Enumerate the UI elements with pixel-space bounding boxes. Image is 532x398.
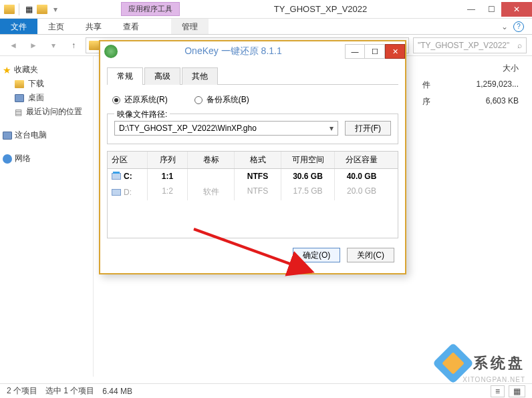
window-titlebar: ▦ ▾ 应用程序工具 TY_GHOST_XP_V2022 — ☐ ✕: [0, 0, 532, 19]
network-icon: [3, 154, 12, 164]
status-size: 6.44 MB: [102, 387, 132, 396]
tab-other[interactable]: 其他: [182, 67, 218, 85]
cancel-button[interactable]: 关闭(C): [347, 248, 394, 262]
sidebar-item-downloads[interactable]: 下载: [3, 77, 90, 91]
open-button[interactable]: 打开(F): [345, 121, 391, 136]
history-dropdown[interactable]: ▾: [45, 37, 61, 53]
up-button[interactable]: ↑: [65, 37, 82, 53]
maximize-button[interactable]: ☐: [481, 2, 501, 17]
tab-view[interactable]: 查看: [112, 19, 150, 34]
context-tab-tools[interactable]: 应用程序工具: [121, 2, 180, 16]
search-icon: ⌕: [517, 41, 522, 50]
watermark: 系统盘: [438, 349, 525, 378]
folder-icon: [15, 80, 24, 88]
drive-icon: [112, 189, 121, 196]
app-icon: [104, 45, 118, 58]
partition-grid: 分区 序列 卷标 格式 可用空间 分区容量 C: 1:1 NTFS 30.6 G…: [107, 151, 398, 238]
status-selected: 选中 1 个项目: [45, 385, 94, 397]
drive-icon: [112, 173, 121, 180]
tab-general[interactable]: 常规: [107, 67, 143, 85]
grid-row-c[interactable]: C: 1:1 NTFS 30.6 GB 40.0 GB: [108, 169, 398, 184]
tab-manage[interactable]: 管理: [171, 19, 209, 34]
dialog-minimize-button[interactable]: —: [345, 44, 365, 59]
back-button[interactable]: ◄: [5, 37, 21, 53]
tab-file[interactable]: 文件: [0, 19, 37, 34]
sidebar-thispc[interactable]: 这台电脑: [3, 128, 90, 142]
dropdown-icon[interactable]: ▾: [50, 4, 61, 15]
computer-icon: [3, 132, 12, 140]
new-folder-icon[interactable]: [37, 4, 47, 15]
grid-header: 分区 序列 卷标 格式 可用空间 分区容量: [108, 152, 398, 169]
image-path-fieldset: 映像文件路径: D:\TY_GHOST_XP_V2022\WinXP.gho ▾…: [107, 114, 398, 144]
dialog-close-button[interactable]: ✕: [385, 44, 405, 59]
sidebar-item-desktop[interactable]: 桌面: [3, 91, 90, 105]
minimize-button[interactable]: —: [461, 2, 481, 17]
dialog-tabs: 常规 高级 其他: [107, 67, 398, 85]
ribbon-tabs: 文件 主页 共享 查看 管理 ⌄ ?: [0, 19, 532, 35]
recent-icon: ▤: [15, 108, 22, 117]
view-thumbnails-icon[interactable]: ▦: [509, 385, 525, 397]
dialog-maximize-button[interactable]: ☐: [365, 44, 385, 59]
forward-button[interactable]: ►: [25, 37, 41, 53]
sidebar-network[interactable]: 网络: [3, 152, 90, 166]
radio-backup[interactable]: 备份系统(B): [194, 94, 249, 106]
folder-icon: [89, 41, 100, 50]
grid-row-d[interactable]: D: 1:2 软件 NTFS 17.5 GB 20.0 GB: [108, 184, 398, 200]
fieldset-legend: 映像文件路径:: [114, 109, 170, 120]
watermark-url: XITONGPAN.NET: [462, 376, 525, 383]
status-bar: 2 个项目 选中 1 个项目 6.44 MB ≡ ▦: [0, 383, 532, 398]
close-button[interactable]: ✕: [501, 2, 532, 17]
tab-advanced[interactable]: 高级: [144, 67, 180, 85]
tab-share[interactable]: 共享: [75, 19, 112, 34]
col-size[interactable]: 大小: [444, 60, 524, 77]
ok-button[interactable]: 确定(O): [293, 248, 340, 262]
col-type-suffix: [417, 60, 444, 77]
dialog-titlebar[interactable]: OneKey 一键还原 8.1.1 — ☐ ✕: [100, 41, 405, 61]
status-item-count: 2 个项目: [7, 385, 37, 397]
dialog-title: OneKey 一键还原 8.1.1: [122, 45, 345, 57]
desktop-icon: [15, 94, 24, 102]
help-icon[interactable]: ?: [513, 21, 524, 32]
tab-home[interactable]: 主页: [37, 19, 75, 34]
navigation-pane: ★收藏夹 下载 桌面 ▤最近访问的位置 这台电脑 网络: [0, 56, 94, 377]
folder-icon: [4, 4, 15, 15]
ribbon-expand-icon[interactable]: ⌄: [501, 22, 508, 31]
radio-restore[interactable]: 还原系统(R): [112, 94, 168, 106]
sidebar-item-recent[interactable]: ▤最近访问的位置: [3, 105, 90, 119]
image-path-input[interactable]: D:\TY_GHOST_XP_V2022\WinXP.gho ▾: [114, 121, 338, 136]
sidebar-favorites[interactable]: ★收藏夹: [3, 63, 90, 77]
chevron-down-icon[interactable]: ▾: [329, 124, 334, 133]
view-details-icon[interactable]: ≡: [491, 385, 505, 397]
window-title: TY_GHOST_XP_V2022: [180, 4, 461, 14]
search-input[interactable]: "TY_GHOST_XP_V2022" ⌕: [413, 37, 527, 53]
properties-icon[interactable]: ▦: [23, 4, 34, 15]
star-icon: ★: [3, 65, 11, 75]
onekey-dialog: OneKey 一键还原 8.1.1 — ☐ ✕ 常规 高级 其他 还原系统(R)…: [99, 40, 406, 274]
